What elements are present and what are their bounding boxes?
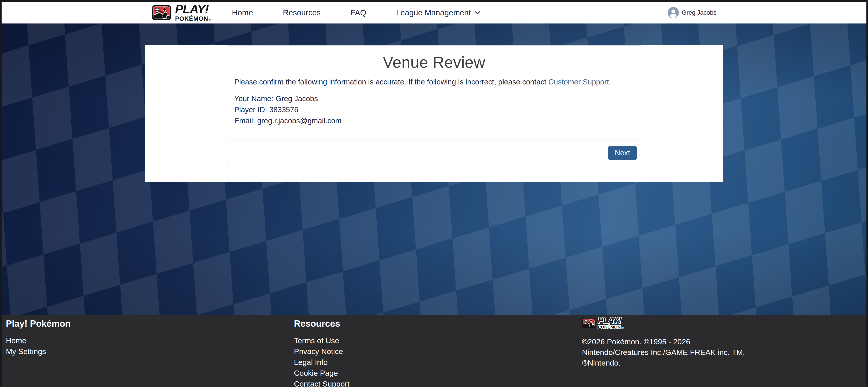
footer-link-home[interactable]: Home (6, 335, 294, 346)
logo-trademark: ™ (209, 19, 212, 22)
footer-col-resources: Resources Terms of Use Privacy Notice Le… (294, 318, 582, 387)
copyright-line-2: Nintendo/Creatures Inc./GAME FREAK inc. … (582, 347, 745, 358)
footer-link-legal-info[interactable]: Legal Info (294, 357, 582, 367)
nav-home[interactable]: Home (232, 8, 253, 17)
page-footer: Play! Pokémon Home My Settings Resources… (0, 315, 868, 387)
user-menu[interactable]: Greg Jacobs (668, 7, 716, 18)
field-email-label: Email: (234, 117, 255, 125)
top-navigation: PLAY! POKÉMON ™ Home Resources FAQ Leagu… (0, 0, 868, 24)
copyright-text: ©2026 Pokémon. ©1995 - 2026 Nintendo/Cre… (582, 336, 745, 368)
footer-heading-play-pokemon: Play! Pokémon (6, 318, 294, 329)
user-avatar-icon (668, 7, 679, 18)
card-footer: Next (227, 139, 641, 166)
copyright-line-1: ©2026 Pokémon. ©1995 - 2026 (582, 336, 745, 347)
page-title: Venue Review (234, 53, 634, 71)
footer-play-pokemon-logo[interactable]: PLAY! POKÉMON ™ (582, 316, 745, 330)
chevron-down-icon (474, 11, 480, 15)
field-your-name: Your Name:Greg Jacobs (234, 93, 634, 104)
field-your-name-value: Greg Jacobs (276, 94, 318, 103)
content-panel: Venue Review Please confirm the followin… (145, 45, 723, 182)
field-player-id-label: Player ID: (234, 105, 267, 114)
footer-link-terms-of-use[interactable]: Terms of Use (294, 335, 582, 346)
footer-logo-pokemon-text: POKÉMON (598, 325, 621, 329)
footer-logo-wordmark: PLAY! POKÉMON ™ (598, 317, 623, 329)
venue-review-card: Venue Review Please confirm the followin… (226, 45, 642, 166)
copyright-line-3: ®Nintendo. (582, 358, 745, 368)
field-player-id-value: 3833576 (269, 105, 298, 114)
footer-col-play-pokemon: Play! Pokémon Home My Settings (6, 318, 294, 387)
card-body: Venue Review Please confirm the followin… (227, 45, 641, 139)
footer-link-my-settings[interactable]: My Settings (6, 346, 294, 357)
field-your-name-label: Your Name: (234, 94, 273, 103)
nav-resources[interactable]: Resources (283, 8, 320, 17)
footer-play-pokemon-logo-icon (582, 316, 595, 330)
field-email-value: greg.r.jacobs@gmail.com (257, 117, 342, 125)
nav-container: PLAY! POKÉMON ™ Home Resources FAQ Leagu… (152, 2, 716, 24)
intro-text: Please confirm the following information… (234, 78, 634, 86)
nav-league-management-label: League Management (396, 8, 471, 17)
footer-links-resources: Terms of Use Privacy Notice Legal Info C… (294, 335, 582, 387)
next-button[interactable]: Next (608, 146, 637, 160)
play-pokemon-logo-icon (152, 5, 172, 20)
footer-links-play-pokemon: Home My Settings (6, 335, 294, 357)
user-name: Greg Jacobs (682, 9, 716, 16)
intro-suffix: . (609, 78, 611, 86)
play-pokemon-logo[interactable]: PLAY! POKÉMON ™ (152, 3, 212, 22)
customer-support-link[interactable]: Customer Support (548, 78, 609, 86)
logo-play-text: PLAY! (175, 3, 212, 15)
player-info: Your Name:Greg Jacobs Player ID:3833576 … (234, 93, 634, 126)
logo-wordmark: PLAY! POKÉMON ™ (175, 3, 212, 22)
footer-link-privacy-notice[interactable]: Privacy Notice (294, 346, 582, 357)
field-email: Email:greg.r.jacobs@gmail.com (234, 115, 634, 126)
footer-link-cookie-page[interactable]: Cookie Page (294, 367, 582, 379)
logo-pokemon-text: POKÉMON (175, 16, 208, 22)
footer-logo-trademark: ™ (621, 327, 623, 329)
intro-prefix: Please confirm the following information… (234, 78, 548, 86)
page: PLAY! POKÉMON ™ Home Resources FAQ Leagu… (0, 0, 868, 387)
main-content: Venue Review Please confirm the followin… (0, 24, 868, 315)
nav-faq[interactable]: FAQ (350, 8, 366, 17)
field-player-id: Player ID:3833576 (234, 104, 634, 115)
footer-col-legal: PLAY! POKÉMON ™ ©2026 Pokémon. ©1995 - 2… (582, 316, 745, 387)
footer-heading-resources: Resources (294, 318, 582, 329)
primary-nav: Home Resources FAQ League Management (232, 8, 481, 17)
nav-league-management[interactable]: League Management (396, 8, 480, 17)
footer-link-contact-support[interactable]: Contact Support (294, 379, 582, 387)
footer-logo-play-text: PLAY! (598, 317, 623, 324)
